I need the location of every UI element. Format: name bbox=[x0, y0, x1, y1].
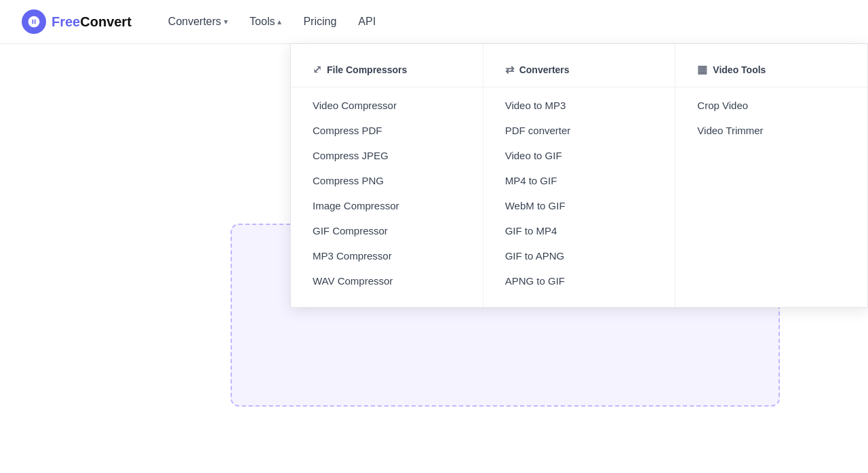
dropdown-mp3-compressor[interactable]: MP3 Compressor bbox=[291, 243, 483, 268]
dropdown-gif-to-mp4[interactable]: GIF to MP4 bbox=[484, 218, 675, 243]
dropdown-pdf-converter[interactable]: PDF converter bbox=[484, 118, 675, 143]
converters-icon: ⇄ bbox=[505, 63, 514, 76]
nav-pricing[interactable]: Pricing bbox=[294, 10, 346, 33]
dropdown-video-trimmer[interactable]: Video Trimmer bbox=[675, 118, 867, 143]
converters-header: ⇄ Converters bbox=[484, 58, 675, 87]
converters-chevron-icon: ▾ bbox=[224, 17, 228, 26]
dropdown-video-to-gif[interactable]: Video to GIF bbox=[484, 143, 675, 168]
dropdown-webm-to-gif[interactable]: WebM to GIF bbox=[484, 193, 675, 218]
dropdown-crop-video[interactable]: Crop Video bbox=[675, 93, 867, 118]
tools-dropdown: ⤢ File Compressors Video Compressor Comp… bbox=[290, 44, 868, 308]
main-nav: Converters ▾ Tools ▴ Pricing API bbox=[159, 10, 846, 33]
dropdown-image-compressor[interactable]: Image Compressor bbox=[291, 193, 483, 218]
compress-icon: ⤢ bbox=[313, 63, 321, 76]
dropdown-compress-png[interactable]: Compress PNG bbox=[291, 168, 483, 193]
file-compressors-column: ⤢ File Compressors Video Compressor Comp… bbox=[291, 44, 484, 307]
video-tools-icon: ▦ bbox=[697, 63, 707, 76]
dropdown-compress-jpeg[interactable]: Compress JPEG bbox=[291, 143, 483, 168]
video-tools-column: ▦ Video Tools Crop Video Video Trimmer bbox=[675, 44, 867, 307]
logo-svg bbox=[27, 15, 41, 28]
dropdown-wav-compressor[interactable]: WAV Compressor bbox=[291, 268, 483, 293]
file-compressors-header: ⤢ File Compressors bbox=[291, 58, 483, 87]
video-tools-header: ▦ Video Tools bbox=[675, 58, 867, 87]
tools-chevron-icon: ▴ bbox=[277, 17, 281, 26]
dropdown-gif-compressor[interactable]: GIF Compressor bbox=[291, 218, 483, 243]
dropdown-compress-pdf[interactable]: Compress PDF bbox=[291, 118, 483, 143]
dropdown-video-to-mp3[interactable]: Video to MP3 bbox=[484, 93, 675, 118]
dropdown-apng-to-gif[interactable]: APNG to GIF bbox=[484, 268, 675, 293]
logo[interactable]: FreeConvert bbox=[22, 9, 132, 34]
dropdown-mp4-to-gif[interactable]: MP4 to GIF bbox=[484, 168, 675, 193]
file-compressors-label: File Compressors bbox=[327, 64, 407, 75]
dropdown-gif-to-apng[interactable]: GIF to APNG bbox=[484, 243, 675, 268]
logo-icon bbox=[22, 9, 46, 34]
nav-converters[interactable]: Converters ▾ bbox=[159, 10, 237, 33]
header: FreeConvert Converters ▾ Tools ▴ Pricing… bbox=[0, 0, 868, 44]
converters-column: ⇄ Converters Video to MP3 PDF converter … bbox=[484, 44, 676, 307]
logo-text: FreeConvert bbox=[52, 14, 132, 30]
nav-api[interactable]: API bbox=[349, 10, 385, 33]
converters-label: Converters bbox=[519, 64, 570, 75]
video-tools-label: Video Tools bbox=[713, 64, 766, 75]
dropdown-video-compressor[interactable]: Video Compressor bbox=[291, 93, 483, 118]
nav-tools[interactable]: Tools ▴ bbox=[240, 10, 291, 33]
